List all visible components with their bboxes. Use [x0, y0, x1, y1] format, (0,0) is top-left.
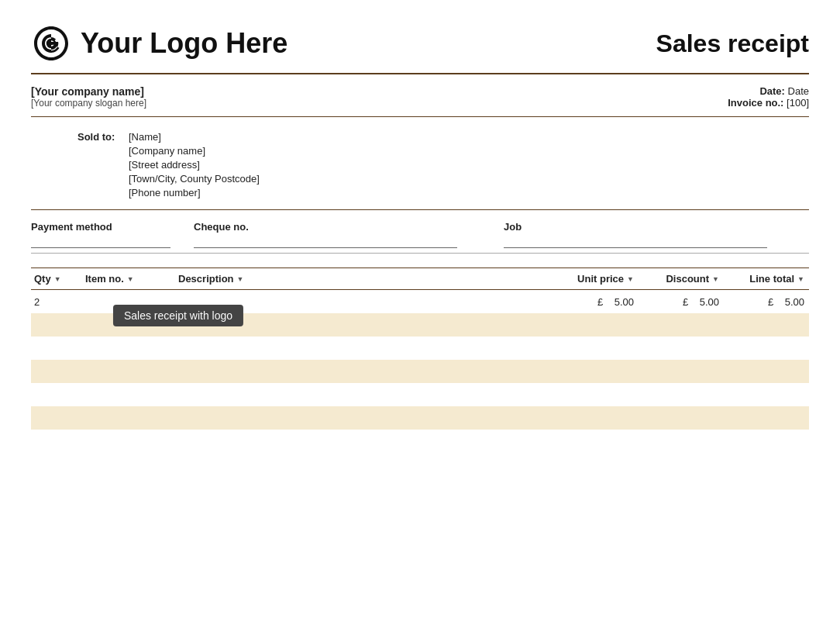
col-unitprice-header: Unit price ▼: [546, 273, 639, 285]
sold-address: [Street address]: [129, 159, 260, 171]
payment-row: Payment method Cheque no. Job: [31, 210, 809, 254]
invoice-value: [100]: [787, 97, 809, 109]
sold-city: [Town/City, County Postcode]: [129, 173, 260, 185]
sold-name: [Name]: [129, 131, 260, 143]
invoice-label: Invoice no.:: [728, 97, 783, 109]
company-slogan: [Your company slogan here]: [31, 98, 146, 109]
invoice-meta: Date: Date Invoice no.: [100]: [728, 85, 809, 109]
job-underline: [504, 236, 767, 248]
table-row: [31, 337, 809, 360]
table-row: [31, 406, 809, 430]
col-itemno-header: Item no. ▼: [85, 273, 178, 285]
payment-method-label: Payment method: [31, 221, 170, 233]
itemno-dropdown-icon[interactable]: ▼: [127, 275, 134, 283]
table-row: [31, 360, 809, 383]
linetotal-dropdown-icon[interactable]: ▼: [797, 275, 804, 283]
date-row: Date: Date: [728, 85, 809, 97]
date-value: Date: [788, 85, 809, 97]
payment-method-underline: [31, 236, 170, 248]
sold-phone: [Phone number]: [129, 187, 260, 198]
table-row: 2 Sales receipt with logo £ 5.00 £ 5.00 …: [31, 290, 809, 313]
company-row: [Your company name] [Your company slogan…: [31, 74, 809, 117]
page-header: Your Logo Here Sales receipt: [31, 23, 809, 74]
job-label: Job: [504, 221, 767, 233]
cell-unitprice-0: £ 5.00: [546, 296, 639, 308]
cheque-underline: [194, 236, 457, 248]
qty-dropdown-icon[interactable]: ▼: [54, 275, 61, 283]
sold-row: Sold to: [Name] [Company name] [Street a…: [77, 131, 809, 198]
logo-icon: [31, 23, 71, 64]
cell-linetotal-0: £ 5.00: [724, 296, 809, 308]
discount-dropdown-icon[interactable]: ▼: [712, 275, 719, 283]
job-col: Job: [504, 221, 767, 248]
col-linetotal-header: Line total ▼: [724, 273, 809, 285]
unitprice-dropdown-icon[interactable]: ▼: [627, 275, 634, 283]
receipt-title: Sales receipt: [656, 29, 809, 58]
svg-point-1: [50, 42, 53, 45]
desc-dropdown-icon[interactable]: ▼: [237, 275, 244, 283]
items-table: Qty ▼ Item no. ▼ Description ▼ Unit pric…: [31, 268, 809, 453]
company-info: [Your company name] [Your company slogan…: [31, 85, 146, 109]
table-row: [31, 430, 809, 453]
cheque-label: Cheque no.: [194, 221, 457, 233]
sold-details: [Name] [Company name] [Street address] […: [129, 131, 260, 198]
cheque-col: Cheque no.: [194, 221, 457, 248]
sold-section: Sold to: [Name] [Company name] [Street a…: [31, 117, 809, 210]
table-row: [31, 383, 809, 406]
payment-method-col: Payment method: [31, 221, 170, 248]
col-qty-header: Qty ▼: [31, 273, 85, 285]
logo-area: Your Logo Here: [31, 23, 287, 64]
col-discount-header: Discount ▼: [639, 273, 724, 285]
col-desc-header: Description ▼: [178, 273, 546, 285]
cell-qty-0: 2: [31, 296, 85, 308]
company-name: [Your company name]: [31, 85, 146, 98]
date-label: Date:: [759, 85, 785, 97]
invoice-row: Invoice no.: [100]: [728, 97, 809, 109]
cell-discount-0: £ 5.00: [639, 296, 724, 308]
sold-company: [Company name]: [129, 145, 260, 157]
sold-label: Sold to:: [77, 131, 122, 143]
table-row: [31, 313, 809, 337]
logo-text: Your Logo Here: [81, 27, 287, 60]
table-header: Qty ▼ Item no. ▼ Description ▼ Unit pric…: [31, 268, 809, 290]
